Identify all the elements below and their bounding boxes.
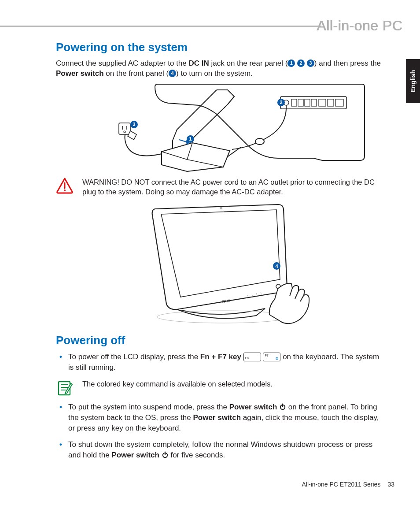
figure-front-panel: /SUS 4 xyxy=(133,200,318,326)
heading-powering-on: Powering on the system xyxy=(56,41,395,54)
footer-page: 33 xyxy=(387,481,394,488)
callout-badge-1-icon: 1 xyxy=(187,135,194,143)
note-text: The colored key command is available on … xyxy=(82,379,273,389)
badge-4-icon: 4 xyxy=(169,70,176,77)
svg-rect-6 xyxy=(319,99,326,106)
svg-rect-7 xyxy=(328,99,334,106)
footer-model: All-in-one PC ET2011 Series xyxy=(302,481,380,488)
callout-badge-2-icon: 2 xyxy=(277,99,285,106)
fn-keycap-icon xyxy=(243,353,261,361)
svg-rect-3 xyxy=(298,99,303,106)
page-footer: All-in-one PC ET2011 Series33 xyxy=(302,481,394,488)
f7-keycap-icon xyxy=(263,353,280,361)
figure-rear-panel: 1 2 3 xyxy=(85,83,366,174)
poweroff-item-2: To put the system into suspend mode, pre… xyxy=(68,402,395,433)
warning-callout: WARNING! DO NOT connect the AC power cor… xyxy=(56,177,395,197)
badge-1-icon: 1 xyxy=(287,59,295,67)
header-rule xyxy=(0,26,321,27)
poweroff-item-1: To power off the LCD display, press the … xyxy=(68,352,395,373)
product-name: All-in-one PC xyxy=(317,18,402,34)
svg-rect-8 xyxy=(335,99,343,106)
badge-3-icon: 3 xyxy=(307,59,314,67)
power-icon xyxy=(279,403,286,410)
language-tab: English xyxy=(406,59,420,103)
poweroff-item-3: To shut down the system completely, foll… xyxy=(68,439,395,461)
warning-icon xyxy=(56,177,74,194)
note-icon xyxy=(56,379,74,397)
heading-powering-off: Powering off xyxy=(56,334,395,347)
svg-rect-2 xyxy=(291,99,297,106)
badge-2-icon: 2 xyxy=(297,59,305,67)
note-callout: The colored key command is available on … xyxy=(56,379,395,397)
callout-badge-3-icon: 3 xyxy=(130,121,138,128)
svg-rect-5 xyxy=(311,99,317,106)
warning-text: WARNING! DO NOT connect the AC power cor… xyxy=(82,177,386,197)
power-icon xyxy=(162,451,169,458)
svg-rect-4 xyxy=(305,99,310,106)
powering-on-paragraph: Connect the supplied AC adapter to the D… xyxy=(56,59,395,79)
svg-point-9 xyxy=(255,138,264,145)
svg-point-15 xyxy=(64,189,66,191)
svg-text:/SUS: /SUS xyxy=(222,299,231,304)
